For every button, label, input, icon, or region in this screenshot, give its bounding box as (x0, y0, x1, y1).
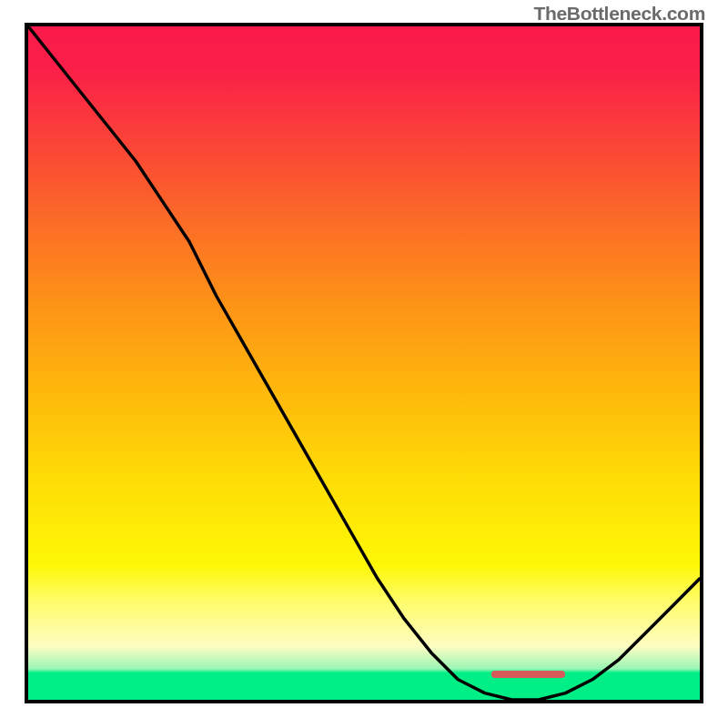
attribution-label: TheBottleneck.com (533, 3, 705, 25)
chart-frame (25, 23, 703, 703)
bottleneck-curve (28, 26, 700, 700)
optimal-range-marker (491, 671, 565, 678)
